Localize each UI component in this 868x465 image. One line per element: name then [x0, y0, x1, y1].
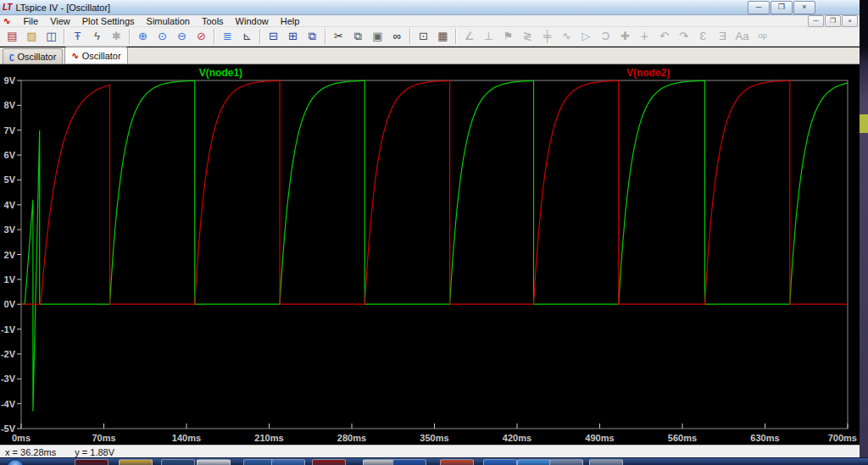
- toolbar-cascade-windows-button[interactable]: ⧉: [303, 27, 322, 46]
- y-tick-label: 9V: [4, 75, 16, 86]
- toolbar-new-schematic-button[interactable]: ▤: [3, 27, 22, 46]
- toolbar-place-resistor-button: ≷: [518, 27, 537, 46]
- trace-vnode1: [21, 80, 848, 411]
- toolbar-separator: [64, 29, 65, 44]
- taskbar-item[interactable]: [589, 459, 623, 465]
- taskbar-item[interactable]: [363, 459, 397, 465]
- toolbar-paste-button[interactable]: ▣: [368, 27, 387, 46]
- menu-bar: ∿ FileViewPlot SettingsSimulationToolsWi…: [0, 15, 860, 27]
- toolbar-draw-wire-button: ∠: [459, 27, 479, 46]
- toolbar-place-inductor-button: ∿: [557, 27, 576, 46]
- taskbar-item[interactable]: [197, 459, 231, 465]
- toolbar-place-component-button: Ɔ: [596, 27, 615, 46]
- ltspice-logo-icon: LT: [3, 3, 12, 12]
- mdi-minimize-button[interactable]: ─: [808, 15, 824, 27]
- y-tick-label: -4V: [1, 399, 16, 409]
- toolbar-zoom-undo-button[interactable]: ⊘: [192, 27, 211, 46]
- tab-label: Oscillator: [18, 52, 57, 62]
- taskbar-item[interactable]: [483, 459, 517, 465]
- cursor-x-readout: x = 36.28ms: [5, 447, 56, 457]
- toolbar-place-ground-button: ⊥: [479, 27, 498, 46]
- menu-tools[interactable]: Tools: [196, 16, 230, 26]
- window-title: LTspice IV - [Oscillator]: [15, 3, 110, 13]
- menu-simulation[interactable]: Simulation: [141, 16, 196, 26]
- x-tick-label: 70ms: [92, 433, 115, 443]
- tab-bar: ʗOscillator∿Oscillator: [0, 47, 860, 64]
- tab-oscillator-waveform[interactable]: ∿Oscillator: [64, 47, 127, 64]
- tab-label: Oscillator: [82, 51, 121, 61]
- toolbar-autorange-y-axis-button[interactable]: ≣: [218, 27, 237, 46]
- window-controls: ─❐×: [747, 1, 815, 14]
- toolbar-print-button[interactable]: ▦: [433, 27, 453, 46]
- taskbar-item[interactable]: [392, 459, 426, 465]
- menu-window[interactable]: Window: [230, 16, 275, 26]
- menu-file[interactable]: File: [17, 16, 44, 26]
- y-tick-label: 7V: [4, 125, 16, 136]
- toolbar-spice-directive-button: .op: [752, 27, 771, 46]
- toolbar-print-preview-button[interactable]: ⊡: [414, 27, 433, 46]
- y-tick-label: 6V: [4, 150, 16, 160]
- x-tick-label: 560ms: [668, 433, 697, 443]
- toolbar-move-button: ✚: [615, 27, 635, 46]
- restore-button[interactable]: ❐: [771, 1, 793, 14]
- trace-label-vnode2[interactable]: V(node2): [626, 67, 670, 79]
- toolbar-separator: [325, 29, 326, 44]
- close-button[interactable]: ×: [793, 1, 815, 14]
- y-tick-label: -3V: [1, 374, 16, 384]
- x-tick-label: 210ms: [254, 433, 283, 443]
- taskbar-item[interactable]: [75, 459, 108, 465]
- taskbar-item[interactable]: [517, 459, 551, 465]
- toolbar-separator: [214, 29, 215, 44]
- toolbar-zoom-full-extents-button[interactable]: ⊙: [153, 27, 172, 46]
- toolbar-drag-button: ∔: [635, 27, 654, 46]
- toolbar-save-button[interactable]: ◫: [42, 27, 61, 46]
- toolbar-redo-button: ↷: [674, 27, 693, 46]
- x-tick-label: 630ms: [750, 433, 779, 443]
- taskbar-item[interactable]: [440, 459, 474, 465]
- menu-help[interactable]: Help: [275, 16, 306, 26]
- toolbar-tile-horizontal-button[interactable]: ⊟: [264, 27, 283, 46]
- toolbar-run-button[interactable]: ϟ: [87, 27, 107, 46]
- y-tick-label: -1V: [1, 324, 16, 335]
- toolbar-zoom-in-button[interactable]: ⊕: [133, 27, 153, 46]
- toolbar-find-button[interactable]: ∞: [387, 27, 407, 46]
- mdi-close-button[interactable]: ×: [842, 15, 858, 27]
- waveform-plot-area[interactable]: 9V8V7V6V5V4V3V2V1V0V-1V-2V-3V-4V-5V0ms70…: [0, 64, 860, 445]
- waveform-doc-icon: ∿: [3, 16, 10, 25]
- taskbar-item[interactable]: [161, 459, 195, 465]
- taskbar-item[interactable]: [549, 459, 583, 465]
- y-tick-label: 4V: [4, 200, 16, 210]
- toolbar-tile-vertical-button[interactable]: ⊞: [283, 27, 303, 46]
- toolbar-open-button[interactable]: ▨: [22, 27, 42, 46]
- y-tick-label: 2V: [4, 250, 16, 260]
- menu-plot-settings[interactable]: Plot Settings: [76, 16, 141, 26]
- desktop-edge-accent: [860, 114, 868, 133]
- minimize-button[interactable]: ─: [748, 1, 770, 14]
- menu-view[interactable]: View: [44, 16, 76, 26]
- toolbar-place-capacitor-button: ╪: [537, 27, 557, 46]
- tab-oscillator-schematic[interactable]: ʗOscillator: [3, 48, 63, 64]
- toolbar-zoom-out-button[interactable]: ⊖: [172, 27, 192, 46]
- x-tick-label: 490ms: [585, 433, 614, 443]
- toolbar-control-panel-button[interactable]: Ŧ: [68, 27, 87, 46]
- taskbar-item[interactable]: [271, 459, 305, 465]
- mdi-restore-button[interactable]: ❐: [825, 15, 841, 27]
- y-tick-label: 1V: [4, 274, 16, 285]
- start-button[interactable]: [7, 459, 24, 465]
- trace-label-vnode1[interactable]: V(node1): [199, 67, 242, 79]
- toolbar-undo-button: ↶: [654, 27, 674, 46]
- taskbar-item[interactable]: [119, 459, 153, 465]
- x-tick-label: 350ms: [420, 433, 448, 443]
- menu-items: FileViewPlot SettingsSimulationToolsWind…: [17, 16, 305, 26]
- toolbar-separator: [129, 29, 131, 44]
- title-bar: LT LTspice IV - [Oscillator] ─❐×: [0, 0, 860, 15]
- toolbar-place-text-button: Aa: [732, 27, 752, 46]
- ltspice-window: LT LTspice IV - [Oscillator] ─❐× ∿ FileV…: [0, 0, 868, 465]
- toolbar-plot-settings-button[interactable]: ⊾: [237, 27, 257, 46]
- taskbar-item[interactable]: [312, 459, 346, 465]
- toolbar-cut-button[interactable]: ✂: [329, 27, 348, 46]
- x-tick-label: 700ms: [828, 433, 857, 443]
- y-tick-label: 8V: [4, 100, 16, 110]
- x-tick-label: 140ms: [172, 433, 201, 443]
- toolbar-copy-button[interactable]: ⧉: [348, 27, 368, 46]
